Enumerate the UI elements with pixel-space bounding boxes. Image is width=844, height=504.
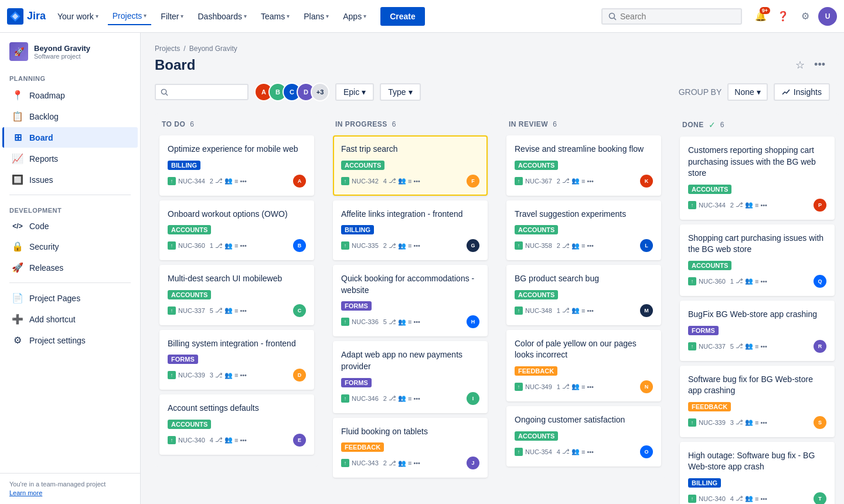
sidebar-item-add-shortcut[interactable]: ➕ Add shortcut [2,309,138,329]
card[interactable]: Travel suggestion experiments ACCOUNTS ↑… [506,200,661,261]
board-header-actions: ☆ ••• [795,56,830,73]
more-icon[interactable]: ••• [587,307,594,314]
learn-more-link[interactable]: Learn more [9,489,42,496]
more-icon[interactable]: ••• [587,242,594,249]
issue-icon: ↑ [688,495,696,503]
settings-button[interactable]: ⚙ [796,7,815,26]
nav-filter[interactable]: Filter ▾ [156,8,188,25]
card[interactable]: Quick booking for accommodations - websi… [333,265,488,336]
create-button[interactable]: Create [380,7,425,26]
card-title: Customers reporting shopping cart purcha… [688,145,826,179]
chevron-down-icon: ▾ [362,87,366,97]
more-icon[interactable]: ••• [760,495,767,502]
breadcrumb-project[interactable]: Beyond Gravity [189,45,237,53]
branch-icon: ⎇ [389,177,396,185]
card[interactable]: Ongoing customer satisfaction ACCOUNTS ↑… [506,406,661,466]
issue-icon: ↑ [688,418,696,427]
avatar-filter-more[interactable]: +3 [311,83,329,101]
more-icon[interactable]: ••• [240,307,247,314]
sidebar-item-code[interactable]: </> Code [2,217,138,236]
nav-your-work[interactable]: Your work ▾ [53,8,103,25]
review-icon: 👥 [745,418,753,426]
epic-filter[interactable]: Epic ▾ [335,83,374,101]
sidebar-item-project-pages[interactable]: 📄 Project Pages [2,288,138,308]
nav-projects[interactable]: Projects ▾ [108,8,152,25]
sidebar-item-security[interactable]: 🔒 Security [2,236,138,257]
board-search[interactable] [155,84,249,100]
card[interactable]: Shopping cart purchasing issues with the… [680,224,835,296]
card[interactable]: Revise and streamline booking flow ACCOU… [506,135,661,196]
more-icon[interactable]: ••• [760,419,767,426]
card[interactable]: Adapt web app no new payments provider F… [333,341,488,413]
sidebar-item-project-settings[interactable]: ⚙ Project settings [2,330,138,350]
review-icon: 👥 [745,277,753,285]
nav-teams[interactable]: Teams ▾ [256,8,294,25]
card-footer: ↑ NUC-367 2 ⎇ 👥 ≡ ••• K [515,175,653,188]
notifications-button[interactable]: 🔔 9+ [751,7,770,26]
nav-plans[interactable]: Plans ▾ [299,8,333,25]
sidebar-item-board[interactable]: ⊞ Board [2,127,138,148]
card[interactable]: Account settings defaults ACCOUNTS ↑ NUC… [159,394,314,455]
more-options-button[interactable]: ••• [809,56,830,73]
card[interactable]: Color of pale yellow on our pages looks … [506,330,661,401]
card[interactable]: Onboard workout options (OWO) ACCOUNTS ↑… [159,200,314,261]
logo[interactable]: Jira [7,8,46,25]
user-avatar[interactable]: U [818,7,837,26]
more-icon[interactable]: ••• [240,178,247,185]
more-icon[interactable]: ••• [413,318,420,325]
search-input[interactable] [620,12,726,21]
priority-icon: ≡ [408,242,411,249]
more-icon[interactable]: ••• [240,372,247,379]
nav-dashboards[interactable]: Dashboards ▾ [193,8,251,25]
subtask-icon: 4 [730,495,734,502]
card[interactable]: Billing system integration - frontend FO… [159,330,314,390]
more-icon[interactable]: ••• [760,202,767,209]
more-icon[interactable]: ••• [587,383,594,390]
more-icon[interactable]: ••• [413,242,420,249]
group-by-select[interactable]: None ▾ [727,83,767,101]
more-icon[interactable]: ••• [587,448,594,455]
card-meta: 3 ⎇ 👥 ≡ ••• [730,418,811,426]
card[interactable]: BugFix BG Web-store app crashing FORMS ↑… [680,301,835,361]
card[interactable]: Fluid booking on tablets FEEDBACK ↑ NUC-… [333,418,488,478]
review-icon: 👥 [398,177,406,185]
star-button[interactable]: ☆ [795,59,805,71]
more-icon[interactable]: ••• [413,459,420,466]
review-icon: 👥 [745,342,753,350]
card[interactable]: Optimize experience for mobile web BILLI… [159,135,314,196]
more-icon[interactable]: ••• [760,343,767,350]
priority-icon: ≡ [581,448,585,455]
card-tag: BILLING [168,161,200,170]
card[interactable]: Fast trip search ACCOUNTS ↑ NUC-342 4 ⎇ … [333,135,488,196]
more-icon[interactable]: ••• [240,437,247,444]
card[interactable]: High outage: Software bug fix - BG Web-s… [680,442,835,504]
chevron-down-icon: ▾ [287,13,290,19]
sidebar-item-releases[interactable]: 🚀 Releases [2,257,138,278]
board-search-input[interactable] [172,87,242,97]
more-icon[interactable]: ••• [240,242,247,249]
sidebar-item-roadmap[interactable]: 📍 Roadmap [2,85,138,105]
nav-apps[interactable]: Apps ▾ [338,8,371,25]
sidebar-divider-1 [9,195,131,195]
help-button[interactable]: ❓ [774,7,792,26]
insights-button[interactable]: Insights [774,83,830,101]
more-icon[interactable]: ••• [413,178,420,185]
global-search[interactable] [601,8,742,25]
card[interactable]: BG product search bug ACCOUNTS ↑ NUC-348… [506,265,661,325]
card-title: Travel suggestion experiments [515,209,653,220]
card-tag: ACCOUNTS [515,431,558,441]
card-meta: 4 ⎇ 👥 ≡ ••• [383,177,464,185]
more-icon[interactable]: ••• [760,278,767,285]
sidebar-item-reports[interactable]: 📈 Reports [2,148,138,169]
more-icon[interactable]: ••• [587,178,594,185]
breadcrumb-projects[interactable]: Projects [155,45,180,53]
sidebar-item-issues[interactable]: 🔲 Issues [2,169,138,190]
card[interactable]: Multi-dest search UI mobileweb ACCOUNTS … [159,265,314,325]
card-tag: ACCOUNTS [168,420,211,429]
card[interactable]: Affelite links integration - frontend BI… [333,200,488,261]
card[interactable]: Software bug fix for BG Web-store app cr… [680,366,835,437]
more-icon[interactable]: ••• [413,395,420,402]
sidebar-item-backlog[interactable]: 📋 Backlog [2,106,138,127]
type-filter[interactable]: Type ▾ [380,83,420,101]
card[interactable]: Customers reporting shopping cart purcha… [680,137,835,220]
